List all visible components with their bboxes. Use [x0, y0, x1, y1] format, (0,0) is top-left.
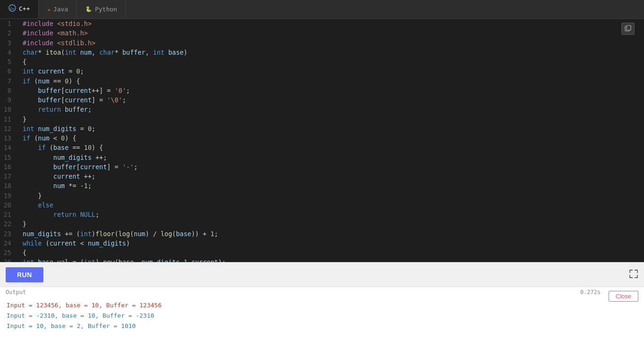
- line-code: buffer[current++] = '0';: [19, 86, 644, 95]
- line-number: 9: [0, 95, 19, 105]
- list-item: Input = 10, base = 2, Buffer = 1010: [7, 321, 637, 331]
- line-code: return NULL;: [19, 210, 644, 219]
- output-label: Output: [6, 289, 26, 296]
- line-number: 15: [0, 153, 19, 162]
- line-code: {: [19, 248, 644, 257]
- table-row: 13 if (num < 0) {: [0, 133, 644, 143]
- line-number: 1: [0, 19, 19, 28]
- output-time: 0.272s: [580, 289, 601, 296]
- line-number: 22: [0, 219, 19, 229]
- tab-cpp[interactable]: C+ C++: [0, 0, 39, 18]
- line-code: num_digits += (int)floor(log(num) / log(…: [19, 229, 644, 239]
- line-number: 4: [0, 48, 19, 57]
- code-table: 1 #include <stdio.h> 2 #include <math.h>…: [0, 19, 644, 262]
- tab-java-label: Java: [53, 6, 68, 13]
- table-row: 24 while (current < num_digits): [0, 239, 644, 248]
- line-number: 16: [0, 162, 19, 172]
- table-row: 14 if (base == 10) {: [0, 143, 644, 152]
- svg-text:C+: C+: [10, 7, 14, 11]
- editor-wrapper: 1 #include <stdio.h> 2 #include <math.h>…: [0, 19, 644, 262]
- line-code: buffer[current] = '\0';: [19, 95, 644, 105]
- line-code: if (num == 0) {: [19, 76, 644, 86]
- table-row: 4 char* itoa(int num, char* buffer, int …: [0, 48, 644, 57]
- table-row: 12 int num_digits = 0;: [0, 124, 644, 133]
- line-number: 23: [0, 229, 19, 239]
- code-editor[interactable]: 1 #include <stdio.h> 2 #include <math.h>…: [0, 19, 644, 262]
- line-code: int current = 0;: [19, 66, 644, 76]
- line-code: if (num < 0) {: [19, 133, 644, 143]
- line-number: 17: [0, 172, 19, 181]
- line-number: 21: [0, 210, 19, 219]
- expand-icon[interactable]: [629, 269, 638, 280]
- list-item: Input = 123456, base = 10, Buffer = 1234…: [7, 300, 637, 311]
- line-code: }: [19, 219, 644, 229]
- line-code: #include <stdio.h>: [19, 19, 644, 28]
- line-code: current ++;: [19, 172, 644, 181]
- table-row: 7 if (num == 0) {: [0, 76, 644, 86]
- table-row: 22 }: [0, 219, 644, 229]
- line-number: 13: [0, 133, 19, 143]
- python-icon: 🐍: [85, 6, 92, 12]
- line-number: 19: [0, 191, 19, 200]
- line-code: char* itoa(int num, char* buffer, int ba…: [19, 48, 644, 57]
- line-code: return buffer;: [19, 105, 644, 114]
- tab-python[interactable]: 🐍 Python: [77, 0, 126, 18]
- line-code: while (current < num_digits): [19, 239, 644, 248]
- line-code: #include <stdlib.h>: [19, 38, 644, 48]
- line-number: 6: [0, 66, 19, 76]
- tab-bar: C+ C++ ☕ Java 🐍 Python: [0, 0, 644, 19]
- close-button[interactable]: Close: [609, 291, 638, 302]
- line-number: 12: [0, 124, 19, 133]
- line-number: 8: [0, 86, 19, 95]
- table-row: 10 return buffer;: [0, 105, 644, 114]
- table-row: 23 num_digits += (int)floor(log(num) / l…: [0, 229, 644, 239]
- table-row: 18 num *= -1;: [0, 181, 644, 190]
- line-code: num_digits ++;: [19, 153, 644, 162]
- svg-rect-3: [627, 25, 631, 30]
- line-number: 20: [0, 200, 19, 210]
- table-row: 25 {: [0, 248, 644, 257]
- line-code: #include <math.h>: [19, 28, 644, 38]
- table-row: 5 {: [0, 57, 644, 66]
- table-row: 2 #include <math.h>: [0, 28, 644, 38]
- line-code: }: [19, 191, 644, 200]
- line-number: 3: [0, 38, 19, 48]
- line-number: 7: [0, 76, 19, 86]
- table-row: 21 return NULL;: [0, 210, 644, 219]
- table-row: 6 int current = 0;: [0, 66, 644, 76]
- line-code: else: [19, 200, 644, 210]
- table-row: 1 #include <stdio.h>: [0, 19, 644, 28]
- table-row: 26 int base_val = (int) pow(base, num_di…: [0, 257, 644, 262]
- line-number: 14: [0, 143, 19, 152]
- table-row: 16 buffer[current] = '-';: [0, 162, 644, 172]
- table-row: 20 else: [0, 200, 644, 210]
- table-row: 8 buffer[current++] = '0';: [0, 86, 644, 95]
- run-button[interactable]: RUN: [6, 267, 43, 282]
- line-code: int num_digits = 0;: [19, 124, 644, 133]
- list-item: Input = -2310, base = 10, Buffer = -2310: [7, 311, 637, 321]
- java-icon: ☕: [47, 6, 50, 12]
- line-number: 24: [0, 239, 19, 248]
- bottom-toolbar: RUN: [0, 262, 644, 287]
- table-row: 11 }: [0, 115, 644, 124]
- table-row: 15 num_digits ++;: [0, 153, 644, 162]
- line-number: 5: [0, 57, 19, 66]
- line-code: int base_val = (int) pow(base, num_digit…: [19, 257, 644, 262]
- table-row: 19 }: [0, 191, 644, 200]
- copy-button[interactable]: [621, 23, 635, 35]
- tab-java[interactable]: ☕ Java: [39, 0, 77, 18]
- output-content: Input = 123456, base = 10, Buffer = 1234…: [0, 297, 644, 334]
- output-area: Output 0.272s Close Input = 123456, base…: [0, 287, 644, 362]
- line-code: if (base == 10) {: [19, 143, 644, 152]
- line-code: num *= -1;: [19, 181, 644, 190]
- table-row: 9 buffer[current] = '\0';: [0, 95, 644, 105]
- tab-cpp-label: C++: [19, 5, 30, 12]
- output-header: Output 0.272s Close: [0, 287, 644, 297]
- table-row: 3 #include <stdlib.h>: [0, 38, 644, 48]
- line-number: 26: [0, 257, 19, 262]
- cpp-icon: C+: [8, 4, 16, 13]
- line-number: 2: [0, 28, 19, 38]
- tab-python-label: Python: [95, 6, 117, 13]
- line-number: 10: [0, 105, 19, 114]
- line-number: 25: [0, 248, 19, 257]
